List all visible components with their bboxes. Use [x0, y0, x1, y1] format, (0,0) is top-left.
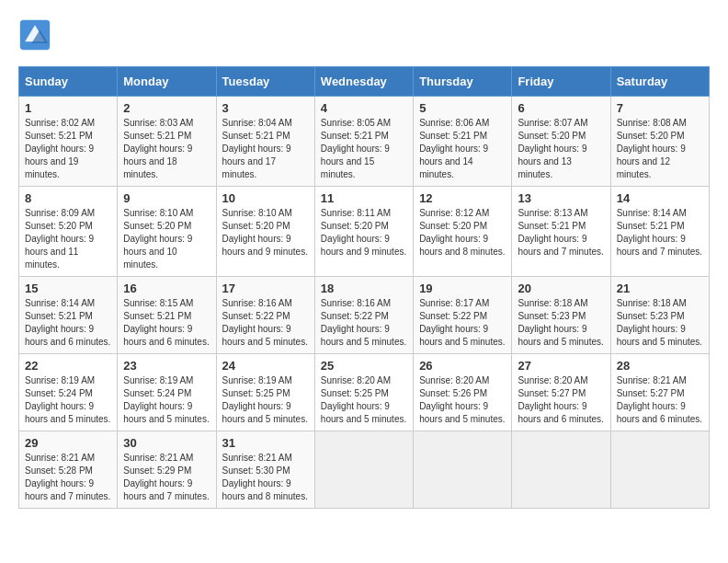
day-info: Sunrise: 8:13 AM Sunset: 5:21 PM Dayligh…	[518, 207, 604, 259]
day-info: Sunrise: 8:20 AM Sunset: 5:26 PM Dayligh…	[419, 374, 506, 426]
sunrise-label: Sunrise: 8:19 AM	[25, 375, 95, 385]
logo	[18, 18, 57, 52]
daylight-label: Daylight hours: 9 hours and 7 minutes.	[617, 234, 702, 257]
day-number: 19	[419, 282, 506, 295]
calendar-cell: 4 Sunrise: 8:05 AM Sunset: 5:21 PM Dayli…	[314, 97, 413, 187]
day-number: 3	[222, 101, 309, 115]
sunset-label: Sunset: 5:30 PM	[222, 465, 290, 476]
daylight-label: Daylight hours: 9 hours and 5 minutes.	[222, 401, 308, 424]
day-number: 21	[617, 282, 703, 295]
day-info: Sunrise: 8:17 AM Sunset: 5:22 PM Dayligh…	[419, 297, 506, 349]
day-number: 16	[123, 282, 210, 295]
header-wednesday: Wednesday	[314, 67, 413, 97]
sunrise-label: Sunrise: 8:20 AM	[321, 375, 391, 385]
daylight-label: Daylight hours: 9 hours and 10 minutes.	[123, 234, 192, 270]
calendar-week-4: 22 Sunrise: 8:19 AM Sunset: 5:24 PM Dayl…	[19, 354, 710, 431]
day-number: 7	[617, 101, 703, 115]
calendar-cell: 9 Sunrise: 8:10 AM Sunset: 5:20 PM Dayli…	[118, 187, 216, 277]
calendar-week-5: 29 Sunrise: 8:21 AM Sunset: 5:28 PM Dayl…	[19, 431, 710, 509]
daylight-label: Daylight hours: 9 hours and 12 minutes.	[617, 144, 686, 179]
sunset-label: Sunset: 5:26 PM	[419, 388, 487, 398]
sunrise-label: Sunrise: 8:03 AM	[123, 118, 193, 128]
header-row: Sunday Monday Tuesday Wednesday Thursday…	[19, 67, 710, 97]
calendar-cell: 24 Sunrise: 8:19 AM Sunset: 5:25 PM Dayl…	[216, 354, 314, 431]
sunset-label: Sunset: 5:22 PM	[222, 311, 290, 321]
calendar-cell: 20 Sunrise: 8:18 AM Sunset: 5:23 PM Dayl…	[512, 277, 610, 354]
daylight-label: Daylight hours: 9 hours and 8 minutes.	[419, 234, 505, 257]
sunrise-label: Sunrise: 8:04 AM	[222, 118, 292, 128]
daylight-label: Daylight hours: 9 hours and 15 minutes.	[321, 144, 390, 179]
calendar-cell: 5 Sunrise: 8:06 AM Sunset: 5:21 PM Dayli…	[414, 97, 512, 187]
day-info: Sunrise: 8:14 AM Sunset: 5:21 PM Dayligh…	[617, 207, 703, 259]
sunset-label: Sunset: 5:21 PM	[123, 131, 191, 141]
daylight-label: Daylight hours: 9 hours and 14 minutes.	[419, 144, 488, 179]
day-info: Sunrise: 8:10 AM Sunset: 5:20 PM Dayligh…	[222, 207, 309, 259]
day-number: 11	[321, 191, 407, 205]
calendar-cell: 6 Sunrise: 8:07 AM Sunset: 5:20 PM Dayli…	[512, 97, 610, 187]
day-number: 8	[25, 191, 111, 205]
sunrise-label: Sunrise: 8:18 AM	[518, 298, 587, 308]
daylight-label: Daylight hours: 9 hours and 5 minutes.	[419, 324, 505, 347]
day-number: 22	[25, 359, 111, 373]
day-number: 18	[321, 282, 407, 295]
day-info: Sunrise: 8:18 AM Sunset: 5:23 PM Dayligh…	[518, 297, 604, 349]
sunrise-label: Sunrise: 8:05 AM	[321, 118, 391, 128]
day-number: 14	[617, 191, 703, 205]
day-info: Sunrise: 8:21 AM Sunset: 5:28 PM Dayligh…	[25, 452, 111, 503]
day-info: Sunrise: 8:14 AM Sunset: 5:21 PM Dayligh…	[25, 297, 111, 349]
sunset-label: Sunset: 5:24 PM	[123, 388, 191, 398]
sunset-label: Sunset: 5:21 PM	[123, 311, 191, 321]
daylight-label: Daylight hours: 9 hours and 18 minutes.	[123, 144, 192, 179]
sunset-label: Sunset: 5:22 PM	[419, 311, 487, 321]
calendar-cell	[314, 431, 413, 509]
daylight-label: Daylight hours: 9 hours and 19 minutes.	[25, 144, 94, 179]
day-info: Sunrise: 8:08 AM Sunset: 5:20 PM Dayligh…	[617, 117, 703, 181]
calendar-header: Sunday Monday Tuesday Wednesday Thursday…	[19, 67, 710, 97]
day-number: 30	[123, 436, 210, 450]
calendar-cell: 27 Sunrise: 8:20 AM Sunset: 5:27 PM Dayl…	[512, 354, 610, 431]
sunrise-label: Sunrise: 8:08 AM	[617, 118, 687, 128]
sunset-label: Sunset: 5:25 PM	[321, 388, 389, 398]
calendar-cell: 26 Sunrise: 8:20 AM Sunset: 5:26 PM Dayl…	[414, 354, 512, 431]
day-info: Sunrise: 8:11 AM Sunset: 5:20 PM Dayligh…	[321, 207, 407, 259]
calendar-cell: 22 Sunrise: 8:19 AM Sunset: 5:24 PM Dayl…	[19, 354, 118, 431]
sunset-label: Sunset: 5:24 PM	[25, 388, 93, 398]
daylight-label: Daylight hours: 9 hours and 5 minutes.	[518, 324, 603, 347]
day-number: 1	[25, 101, 111, 115]
day-number: 17	[222, 282, 309, 295]
sunrise-label: Sunrise: 8:14 AM	[617, 208, 687, 218]
day-number: 9	[123, 191, 210, 205]
sunset-label: Sunset: 5:21 PM	[321, 131, 389, 141]
day-number: 25	[321, 359, 407, 373]
sunset-label: Sunset: 5:20 PM	[25, 221, 93, 231]
calendar-cell	[512, 431, 610, 509]
calendar-cell: 30 Sunrise: 8:21 AM Sunset: 5:29 PM Dayl…	[118, 431, 216, 509]
daylight-label: Daylight hours: 9 hours and 5 minutes.	[222, 324, 308, 347]
day-number: 27	[518, 359, 604, 373]
sunrise-label: Sunrise: 8:13 AM	[518, 208, 587, 218]
daylight-label: Daylight hours: 9 hours and 5 minutes.	[123, 401, 209, 424]
daylight-label: Daylight hours: 9 hours and 5 minutes.	[419, 401, 505, 424]
day-number: 31	[222, 436, 309, 450]
daylight-label: Daylight hours: 9 hours and 8 minutes.	[222, 478, 308, 501]
day-number: 28	[617, 359, 703, 373]
calendar-cell: 1 Sunrise: 8:02 AM Sunset: 5:21 PM Dayli…	[19, 97, 118, 187]
sunset-label: Sunset: 5:20 PM	[419, 221, 487, 231]
header-tuesday: Tuesday	[216, 67, 314, 97]
daylight-label: Daylight hours: 9 hours and 7 minutes.	[25, 478, 110, 501]
sunrise-label: Sunrise: 8:07 AM	[518, 118, 587, 128]
day-number: 15	[25, 282, 111, 295]
sunset-label: Sunset: 5:21 PM	[419, 131, 487, 141]
sunrise-label: Sunrise: 8:16 AM	[222, 298, 292, 308]
day-number: 23	[123, 359, 210, 373]
day-number: 20	[518, 282, 604, 295]
day-info: Sunrise: 8:02 AM Sunset: 5:21 PM Dayligh…	[25, 117, 111, 181]
calendar-cell: 14 Sunrise: 8:14 AM Sunset: 5:21 PM Dayl…	[610, 187, 709, 277]
calendar-cell: 11 Sunrise: 8:11 AM Sunset: 5:20 PM Dayl…	[314, 187, 413, 277]
calendar-cell: 21 Sunrise: 8:18 AM Sunset: 5:23 PM Dayl…	[610, 277, 709, 354]
calendar-body: 1 Sunrise: 8:02 AM Sunset: 5:21 PM Dayli…	[19, 97, 710, 509]
sunset-label: Sunset: 5:28 PM	[25, 465, 93, 476]
daylight-label: Daylight hours: 9 hours and 6 minutes.	[123, 324, 209, 347]
day-info: Sunrise: 8:16 AM Sunset: 5:22 PM Dayligh…	[321, 297, 407, 349]
calendar-cell: 25 Sunrise: 8:20 AM Sunset: 5:25 PM Dayl…	[314, 354, 413, 431]
